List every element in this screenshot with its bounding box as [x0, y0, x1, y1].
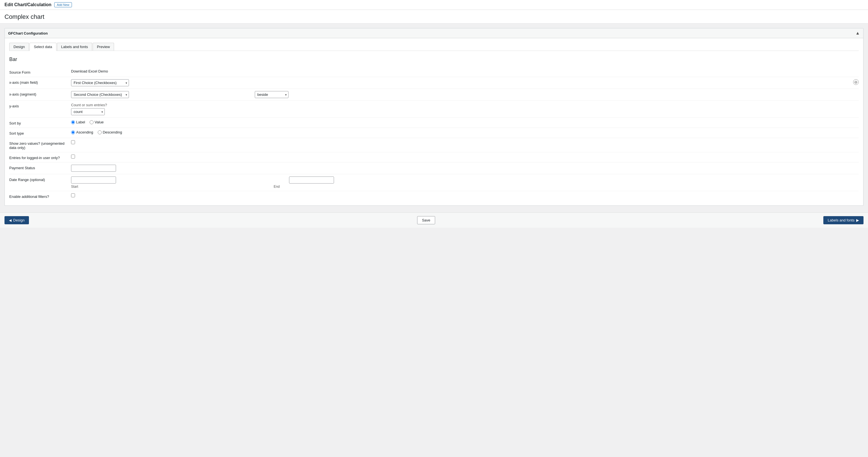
remove-x-axis-main-btn[interactable]: ⊖ — [853, 79, 859, 85]
chart-type-title: Bar — [9, 57, 859, 62]
tabs-bar: Design Select data Labels and fonts Prev… — [9, 43, 859, 51]
x-axis-main-row: x-axis (main field) First Choice (Checkb… — [9, 77, 859, 89]
date-range-row: Date Range (optional) Start End — [9, 174, 859, 191]
tab-design[interactable]: Design — [9, 43, 29, 51]
payment-status-input[interactable] — [71, 165, 116, 172]
x-axis-segment-row: x-axis (segment) Second Choice (Checkbox… — [9, 89, 859, 101]
config-box: GFChart Configuration ▲ Design Select da… — [4, 28, 864, 206]
date-end-label: End — [274, 185, 279, 189]
config-box-header: GFChart Configuration ▲ — [5, 28, 863, 38]
config-title: GFChart Configuration — [8, 31, 48, 35]
show-zero-checkbox[interactable] — [71, 140, 75, 144]
x-axis-main-label: x-axis (main field) — [9, 79, 71, 85]
tab-labels-fonts[interactable]: Labels and fonts — [57, 43, 92, 51]
chevron-left-icon: ◀ — [9, 218, 11, 222]
logged-in-label: Entries for logged-in user only? — [9, 155, 71, 160]
date-start-label: Start — [71, 185, 78, 189]
sort-descending-radio[interactable] — [98, 130, 102, 134]
collapse-icon[interactable]: ▲ — [855, 31, 860, 36]
show-zero-row: Show zero values? (unsegmented data only… — [9, 138, 859, 152]
source-form-label: Source Form — [9, 69, 71, 74]
sort-ascending-radio[interactable] — [71, 130, 75, 134]
tab-select-data[interactable]: Select data — [30, 43, 56, 51]
sort-by-label-radio[interactable] — [71, 120, 75, 124]
page-header-title: Edit Chart/Calculation — [4, 2, 52, 7]
tab-preview[interactable]: Preview — [93, 43, 114, 51]
logged-in-checkbox[interactable] — [71, 155, 75, 158]
logged-in-row: Entries for logged-in user only? — [9, 152, 859, 162]
additional-filters-row: Enable additional filters? — [9, 191, 859, 201]
payment-status-row: Payment Status — [9, 162, 859, 174]
page-header: Edit Chart/Calculation Add New — [0, 0, 868, 10]
y-axis-sub-label: Count or sum entries? — [71, 103, 107, 107]
sort-by-value-option[interactable]: Value — [90, 120, 104, 124]
x-axis-position-select[interactable]: beside stacked — [255, 91, 288, 98]
y-axis-label: y-axis — [9, 103, 71, 108]
chevron-right-icon: ▶ — [856, 218, 859, 222]
additional-filters-checkbox[interactable] — [71, 193, 75, 197]
payment-status-label: Payment Status — [9, 165, 71, 170]
date-range-start-input[interactable] — [71, 177, 116, 184]
show-zero-label: Show zero values? (unsegmented data only… — [9, 140, 71, 150]
sort-ascending-option[interactable]: Ascending — [71, 130, 93, 134]
sort-by-row: Sort by Label Value — [9, 118, 859, 128]
sort-type-label: Sort type — [9, 130, 71, 135]
y-axis-select[interactable]: count sum — [71, 108, 105, 115]
footer-bar: ◀ Design Save Labels and fonts ▶ — [0, 212, 868, 227]
add-new-button[interactable]: Add New — [54, 2, 72, 7]
labels-fonts-button[interactable]: Labels and fonts ▶ — [823, 216, 864, 224]
x-axis-segment-select[interactable]: Second Choice (Checkboxes) First Choice … — [71, 91, 129, 98]
sort-by-value-radio[interactable] — [90, 120, 94, 124]
source-form-value: Download Excel Demo — [71, 69, 108, 73]
x-axis-segment-label: x-axis (segment) — [9, 91, 71, 96]
y-axis-row: y-axis Count or sum entries? count sum — [9, 101, 859, 118]
sort-type-row: Sort type Ascending Descending — [9, 128, 859, 138]
content-title: Complex chart — [0, 10, 868, 24]
sort-descending-option[interactable]: Descending — [98, 130, 122, 134]
date-range-end-input[interactable] — [289, 177, 334, 184]
date-range-label: Date Range (optional) — [9, 177, 71, 182]
save-button[interactable]: Save — [417, 216, 435, 224]
sort-by-label: Sort by — [9, 120, 71, 125]
design-button[interactable]: ◀ Design — [4, 216, 29, 224]
sort-by-label-option[interactable]: Label — [71, 120, 85, 124]
source-form-row: Source Form Download Excel Demo — [9, 67, 859, 77]
additional-filters-label: Enable additional filters? — [9, 193, 71, 199]
x-axis-main-select[interactable]: First Choice (Checkboxes) Second Choice … — [71, 79, 129, 86]
